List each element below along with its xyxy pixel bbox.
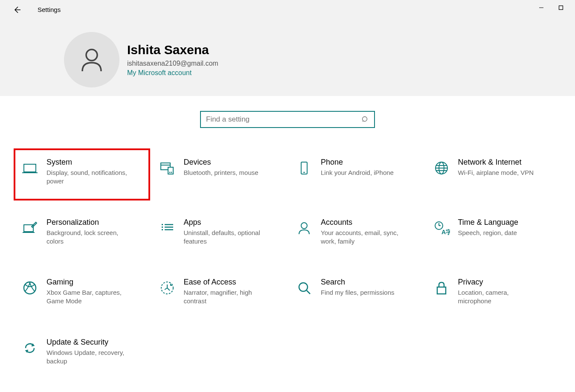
search-icon: [361, 116, 369, 123]
svg-rect-1: [559, 6, 563, 10]
tile-desc: Find my files, permissions: [321, 288, 395, 297]
tile-search[interactable]: Search Find my files, permissions: [290, 273, 423, 310]
apps-icon: [157, 218, 177, 238]
profile-section: Ishita Saxena ishitasaxena2109@gmail.com…: [0, 19, 575, 87]
devices-icon: [157, 158, 177, 178]
tile-title: Search: [321, 278, 395, 287]
profile-email: ishitasaxena2109@gmail.com: [127, 60, 218, 67]
gaming-icon: [20, 278, 40, 298]
titlebar: Settings: [0, 0, 575, 19]
tile-desc: Wi-Fi, airplane mode, VPN: [458, 168, 534, 177]
svg-rect-23: [162, 229, 163, 230]
tile-update-security[interactable]: Update & Security Windows Update, recove…: [15, 334, 148, 370]
tile-accounts[interactable]: Accounts Your accounts, email, sync, wor…: [290, 214, 423, 250]
tile-title: Phone: [321, 158, 394, 167]
svg-rect-22: [162, 226, 163, 228]
svg-rect-5: [24, 164, 36, 172]
search-row: [13, 111, 562, 128]
tile-desc: Your accounts, email, sync, work, family: [321, 229, 406, 246]
back-button[interactable]: [9, 2, 25, 17]
svg-rect-36: [437, 287, 446, 294]
tile-personalization[interactable]: Personalization Background, lock screen,…: [15, 214, 148, 250]
microsoft-account-link[interactable]: My Microsoft account: [127, 69, 218, 77]
svg-point-3: [363, 117, 367, 122]
tile-time-language[interactable]: A字 Time & Language Speech, region, date: [427, 214, 560, 250]
search-tile-icon: [294, 278, 314, 298]
maximize-button[interactable]: [551, 0, 571, 15]
minimize-icon: [539, 5, 544, 10]
personalization-icon: [20, 218, 40, 238]
search-box[interactable]: [200, 111, 375, 128]
tile-title: Gaming: [46, 278, 131, 287]
tile-ease-of-access[interactable]: Ease of Access Narrator, magnifier, high…: [153, 273, 286, 310]
svg-rect-9: [168, 167, 173, 174]
tile-apps[interactable]: Apps Uninstall, defaults, optional featu…: [153, 214, 286, 250]
avatar[interactable]: [64, 32, 119, 87]
maximize-icon: [558, 5, 563, 10]
tile-title: Time & Language: [458, 218, 518, 227]
tile-desc: Display, sound, notifications, power: [46, 168, 131, 186]
tile-title: Apps: [184, 218, 269, 227]
back-arrow-icon: [13, 6, 21, 14]
search-input[interactable]: [206, 115, 361, 124]
svg-rect-21: [162, 224, 163, 225]
tile-network[interactable]: Network & Internet Wi-Fi, airplane mode,…: [427, 154, 560, 190]
svg-point-10: [169, 172, 170, 173]
tile-system[interactable]: System Display, sound, notifications, po…: [14, 148, 150, 200]
tile-gaming[interactable]: Gaming Xbox Game Bar, captures, Game Mod…: [15, 273, 148, 310]
profile-text: Ishita Saxena ishitasaxena2109@gmail.com…: [127, 43, 218, 77]
tile-desc: Speech, region, date: [458, 229, 518, 237]
tile-title: Devices: [184, 158, 258, 167]
system-icon: [20, 158, 40, 178]
time-language-icon: A字: [431, 218, 452, 238]
settings-grid: System Display, sound, notifications, po…: [13, 154, 562, 370]
content-area: System Display, sound, notifications, po…: [0, 96, 575, 370]
tile-desc: Windows Update, recovery, backup: [46, 348, 131, 366]
tile-title: Personalization: [46, 218, 131, 227]
phone-icon: [294, 158, 314, 178]
tile-title: System: [46, 158, 131, 167]
tile-title: Privacy: [458, 278, 543, 287]
globe-icon: [431, 158, 452, 178]
ease-of-access-icon: [157, 278, 177, 298]
person-icon: [77, 45, 107, 75]
tile-desc: Location, camera, microphone: [458, 288, 543, 306]
svg-text:A字: A字: [441, 229, 450, 235]
profile-name: Ishita Saxena: [127, 43, 218, 57]
tile-desc: Uninstall, defaults, optional features: [184, 229, 269, 246]
header-area: Settings Ishita Saxena ishitasaxena2109@…: [0, 0, 575, 96]
svg-point-27: [301, 223, 307, 229]
tile-title: Update & Security: [46, 338, 131, 347]
tile-desc: Bluetooth, printers, mouse: [184, 168, 258, 177]
svg-point-34: [299, 283, 308, 291]
app-title: Settings: [38, 6, 61, 13]
svg-line-35: [307, 290, 310, 294]
tile-privacy[interactable]: Privacy Location, camera, microphone: [427, 273, 560, 310]
tile-desc: Background, lock screen, colors: [46, 229, 131, 246]
tile-title: Accounts: [321, 218, 406, 227]
tile-title: Ease of Access: [184, 278, 269, 287]
tile-desc: Narrator, magnifier, high contrast: [184, 288, 269, 306]
window-controls: [531, 0, 571, 15]
minimize-button[interactable]: [531, 0, 551, 15]
accounts-icon: [294, 218, 314, 238]
tile-title: Network & Internet: [458, 158, 534, 167]
tile-desc: Xbox Game Bar, captures, Game Mode: [46, 288, 131, 306]
tile-desc: Link your Android, iPhone: [321, 168, 394, 177]
tile-phone[interactable]: Phone Link your Android, iPhone: [290, 154, 423, 190]
svg-point-11: [171, 172, 172, 173]
svg-line-4: [363, 121, 363, 122]
lock-icon: [431, 278, 452, 298]
tile-devices[interactable]: Devices Bluetooth, printers, mouse: [153, 154, 286, 190]
update-icon: [20, 338, 40, 358]
svg-point-2: [86, 49, 97, 61]
